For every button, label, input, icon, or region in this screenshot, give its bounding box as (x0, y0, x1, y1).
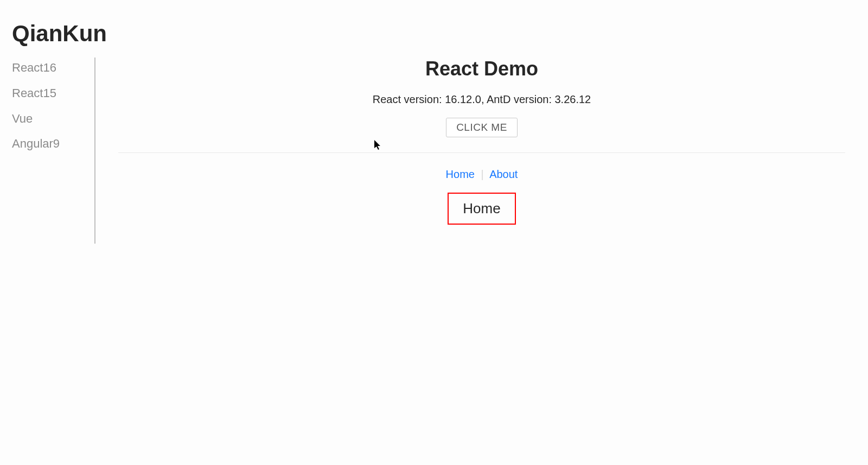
layout: React16 React15 Vue Angular9 React Demo … (0, 58, 868, 244)
sidebar-item-angular9[interactable]: Angular9 (12, 131, 89, 157)
click-me-button[interactable]: CLICK ME (446, 118, 518, 137)
version-info: React version: 16.12.0, AntD version: 3.… (95, 93, 868, 106)
sidebar-item-react16[interactable]: React16 (12, 58, 89, 81)
main-content: React Demo React version: 16.12.0, AntD … (95, 58, 868, 244)
sidebar-item-react15[interactable]: React15 (12, 81, 89, 106)
demo-title: React Demo (95, 58, 868, 80)
nav-link-home[interactable]: Home (446, 168, 475, 180)
divider (118, 152, 845, 153)
sidebar-item-vue[interactable]: Vue (12, 106, 89, 132)
content-box-home: Home (448, 193, 515, 225)
nav-separator: | (481, 168, 484, 180)
nav-link-about[interactable]: About (489, 168, 518, 180)
sidebar: React16 React15 Vue Angular9 (12, 58, 95, 244)
nav-links: Home | About (95, 168, 868, 181)
app-title: QianKun (0, 0, 868, 58)
